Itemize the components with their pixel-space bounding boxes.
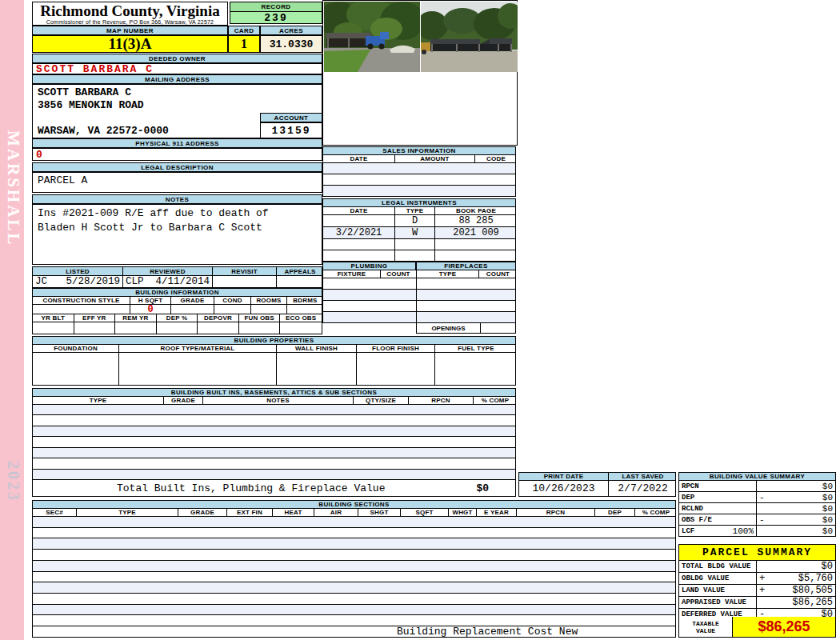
col-date: DATE	[323, 207, 395, 214]
county-subtitle: Commissioner of the Revenue, PO Box 366,…	[33, 19, 227, 25]
listed-by: JC	[35, 276, 47, 287]
col-rooms: ROOMS	[251, 297, 287, 304]
col-shgt: SHGT	[358, 509, 401, 516]
building-information-headers-2: YR BLT EFF YR REM YR DEP % DEPOVR FUN OB…	[32, 314, 322, 322]
col-eff-yr: EFF YR	[74, 314, 116, 322]
county-header: Richmond County, Virginia Commissioner o…	[32, 2, 228, 26]
reviewed-date: 4/11/2014	[155, 276, 210, 287]
col-fuel-type: FUEL TYPE	[435, 345, 517, 352]
taxable-value: $86,265	[733, 617, 835, 637]
revisit-label: REVISIT	[213, 267, 277, 275]
bvs-row-label: DEP	[682, 494, 694, 502]
legal-instruments-rows: D 88 285 3/2/2021 W 2021 009	[322, 215, 516, 262]
fireplaces-label: FIREPLACES	[416, 262, 516, 270]
physical-911-label: PHYSICAL 911 ADDRESS	[32, 138, 322, 148]
table-row	[323, 290, 515, 301]
col-grade: GRADE	[178, 509, 227, 516]
instrument-date	[323, 215, 395, 226]
table-row	[323, 186, 515, 196]
table-row: RCLND $0	[679, 503, 835, 514]
plumbing-label: PLUMBING	[322, 262, 416, 270]
table-row	[33, 605, 675, 616]
table-row: OBS F/E -$0	[679, 514, 835, 526]
year-tab: 2023	[4, 461, 22, 502]
bvs-row-value: $0	[822, 515, 833, 525]
acres-label: ACRES	[260, 26, 322, 35]
table-row	[33, 561, 675, 572]
bvs-row-value: $0	[822, 482, 833, 491]
col-grade: GRADE	[171, 297, 214, 304]
table-row	[323, 239, 515, 250]
col-sqft: SQFT	[401, 509, 449, 516]
table-row	[323, 278, 515, 290]
card-label: CARD	[228, 26, 260, 35]
last-saved-label: LAST SAVED	[609, 473, 677, 480]
col-count: COUNT	[381, 270, 417, 278]
parcel-row-label: APPRAISED VALUE	[682, 598, 746, 606]
building-information-values-2	[32, 322, 322, 334]
table-row: DEP -$0	[679, 492, 835, 503]
table-row: TOTAL BLDG VALUE $0	[679, 561, 835, 573]
col-rpcn: RPCN	[517, 509, 595, 516]
listed-date: 5/28/2019	[66, 276, 120, 287]
col-grade: GRADE	[164, 397, 203, 404]
notes-block: Ins #2021-009 R/E aff due to death of Bl…	[32, 204, 322, 265]
construction-style-value	[33, 305, 130, 314]
table-row	[33, 538, 675, 550]
table-row	[33, 470, 515, 479]
table-row: D 88 285	[323, 215, 515, 227]
bvs-row-label: LCF	[682, 527, 694, 535]
sales-information-rows	[322, 163, 516, 197]
map-number-label: MAP NUMBER	[32, 26, 228, 35]
parcel-row-value: $0	[822, 561, 833, 572]
col-bdrms: BDRMS	[287, 297, 323, 304]
table-row	[33, 572, 675, 583]
notes-line: Bladen H Scott Jr to Barbara C Scott	[38, 221, 317, 235]
table-row	[33, 448, 515, 458]
county-title: Richmond County, Virginia	[33, 3, 227, 19]
col-construction-style: CONSTRUCTION STYLE	[33, 297, 130, 304]
col-sec: SEC#	[33, 509, 77, 516]
table-row	[33, 437, 515, 447]
property-photo-1[interactable]	[324, 2, 420, 72]
legal-description-value: PARCEL A	[32, 172, 322, 193]
building-sections-footer: Building Replacement Cost New	[32, 626, 676, 638]
col-eco-obs: ECO OBS	[280, 314, 322, 322]
col-amount: AMOUNT	[395, 155, 475, 162]
instrument-book-page: 88 285	[435, 215, 517, 226]
col-type: TYPE	[417, 270, 479, 278]
appeals-label: APPEALS	[277, 267, 323, 275]
bvs-row-sign: -	[759, 493, 769, 502]
print-info-headers: PRINT DATE LAST SAVED	[518, 472, 676, 481]
parcel-row-value: $86,265	[793, 597, 833, 608]
map-number-value: 11(3)A	[32, 35, 228, 53]
property-photo-2[interactable]	[421, 2, 518, 72]
col-depovr: DEPOVR	[198, 314, 239, 322]
physical-911-value: 0	[32, 148, 322, 161]
building-information-values-1: 0	[32, 305, 322, 314]
notes-line: Ins #2021-009 R/E aff due to death of	[38, 206, 317, 221]
bvs-row-label: RPCN	[682, 482, 699, 490]
parcel-row-value: $5,760	[798, 573, 833, 584]
parcel-row-sign: +	[759, 585, 769, 596]
appeals-value	[277, 276, 323, 287]
col-dep: DEP	[595, 509, 635, 516]
plumbing-fireplaces-headers: FIXTURE COUNT TYPE COUNT	[322, 270, 516, 278]
table-row	[323, 301, 515, 312]
account-label: ACCOUNT	[260, 113, 322, 122]
openings-row: OPENINGS	[416, 323, 516, 334]
parcel-row-label: LAND VALUE	[682, 586, 725, 594]
print-date-value: 10/26/2023	[519, 481, 609, 496]
col-whgt: WHGT	[449, 509, 477, 516]
col-type: TYPE	[395, 207, 435, 214]
col-code: CODE	[475, 155, 517, 162]
table-row	[33, 594, 675, 605]
col-wall-finish: WALL FINISH	[277, 345, 357, 352]
building-information-headers-1: CONSTRUCTION STYLE H SQFT GRADE COND ROO…	[32, 297, 322, 305]
deeded-owner-value: SCOTT BARBARA C	[32, 63, 322, 74]
bvs-row-label: OBS F/E	[682, 516, 712, 524]
col-roof-type: ROOF TYPE/MATERIAL	[119, 345, 277, 352]
legal-instruments-headers: DATE TYPE BOOK PAGE	[322, 207, 516, 215]
record-value: 239	[230, 11, 322, 24]
col-book-page: BOOK PAGE	[435, 207, 517, 214]
